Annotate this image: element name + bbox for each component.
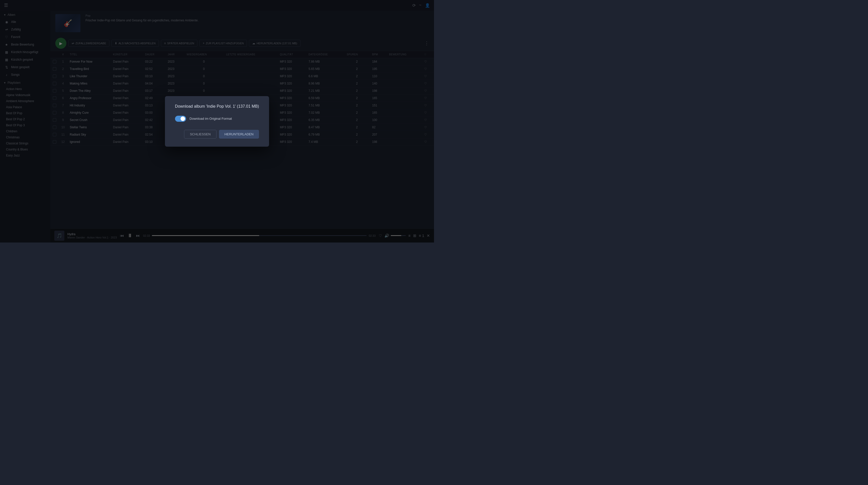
modal-buttons: SCHLIESSEN HERUNTERLADEN bbox=[175, 130, 259, 139]
format-toggle[interactable] bbox=[175, 116, 186, 122]
modal-overlay[interactable]: Download album 'Indie Pop Vol. 1' (137.0… bbox=[0, 0, 434, 243]
modal-title: Download album 'Indie Pop Vol. 1' (137.0… bbox=[175, 104, 259, 109]
modal-option-label: Download im Original Format bbox=[190, 117, 232, 121]
modal-cancel-button[interactable]: SCHLIESSEN bbox=[184, 130, 216, 139]
modal-download-button[interactable]: HERUNTERLADEN bbox=[219, 130, 259, 139]
download-modal: Download album 'Indie Pop Vol. 1' (137.0… bbox=[165, 96, 269, 147]
toggle-knob bbox=[181, 117, 185, 121]
modal-option: Download im Original Format bbox=[175, 116, 259, 122]
